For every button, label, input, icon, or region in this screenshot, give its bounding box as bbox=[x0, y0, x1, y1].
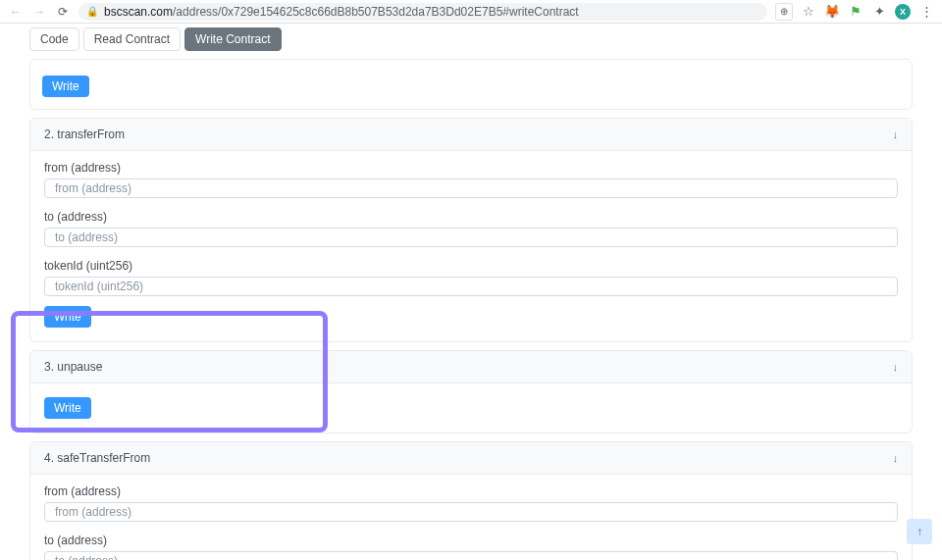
section-header-unpause[interactable]: 3. unpause ↓ bbox=[30, 351, 912, 383]
lock-icon: 🔒 bbox=[86, 6, 98, 17]
section-header-safetransferfrom[interactable]: 4. safeTransferFrom ↓ bbox=[30, 442, 912, 475]
chevron-down-icon: ↓ bbox=[893, 452, 899, 464]
section-header-transferfrom[interactable]: 2. transferFrom ↓ bbox=[30, 119, 912, 151]
contract-section-transferfrom: 2. transferFrom ↓ from (address) to (add… bbox=[29, 118, 913, 342]
tab-code-label: Code bbox=[40, 32, 69, 46]
to-address-input[interactable] bbox=[44, 228, 898, 247]
section-title: 3. unpause bbox=[44, 360, 102, 374]
extension-flag-icon[interactable]: ⚑ bbox=[848, 4, 864, 20]
from-address-input[interactable] bbox=[44, 502, 898, 522]
arrow-up-icon: ↑ bbox=[916, 525, 922, 538]
url-host: bscscan.com bbox=[104, 5, 173, 19]
tab-read-contract[interactable]: Read Contract bbox=[83, 27, 181, 51]
tab-write-contract[interactable]: Write Contract bbox=[184, 27, 281, 51]
forward-arrow-icon: → bbox=[31, 5, 47, 19]
extensions-icon[interactable]: ✦ bbox=[871, 4, 887, 20]
write-button-label: Write bbox=[52, 79, 79, 93]
scroll-to-top-button[interactable]: ↑ bbox=[907, 519, 932, 544]
browser-toolbar: ← → ⟳ 🔒 bscscan.com/address/0x729e154625… bbox=[0, 0, 942, 24]
field-label-from: from (address) bbox=[44, 161, 898, 175]
section-title: 4. safeTransferFrom bbox=[44, 451, 150, 465]
to-address-input[interactable] bbox=[44, 551, 898, 560]
tab-write-label: Write Contract bbox=[195, 32, 270, 46]
back-arrow-icon[interactable]: ← bbox=[8, 5, 24, 19]
write-button-label: Write bbox=[54, 401, 81, 415]
field-label-from: from (address) bbox=[44, 484, 898, 498]
address-bar[interactable]: 🔒 bscscan.com/address/0x729e154625c8c66d… bbox=[78, 3, 767, 21]
write-button[interactable]: Write bbox=[44, 397, 91, 419]
menu-dots-icon[interactable]: ⋮ bbox=[918, 4, 934, 20]
section-title: 2. transferFrom bbox=[44, 127, 125, 141]
write-button[interactable]: Write bbox=[42, 76, 89, 97]
tab-code[interactable]: Code bbox=[29, 27, 79, 51]
from-address-input[interactable] bbox=[44, 178, 898, 198]
translate-icon[interactable]: ⊕ bbox=[775, 3, 793, 21]
tab-read-label: Read Contract bbox=[94, 32, 170, 46]
field-label-to: to (address) bbox=[44, 534, 898, 547]
field-label-to: to (address) bbox=[44, 210, 898, 224]
metamask-icon[interactable]: 🦊 bbox=[824, 4, 840, 20]
star-icon[interactable]: ☆ bbox=[801, 4, 816, 20]
url-path: /address/0x729e154625c8c66dB8b507B53d2da… bbox=[173, 5, 579, 19]
write-button-label: Write bbox=[54, 310, 81, 324]
avatar-letter: X bbox=[900, 7, 906, 17]
avatar[interactable]: X bbox=[895, 4, 911, 20]
write-button[interactable]: Write bbox=[44, 306, 91, 328]
chevron-down-icon: ↓ bbox=[893, 361, 899, 373]
field-label-tokenid: tokenId (uint256) bbox=[44, 259, 898, 273]
chevron-down-icon: ↓ bbox=[893, 128, 899, 140]
contract-tabs: Code Read Contract Write Contract bbox=[29, 27, 913, 51]
tokenid-input[interactable] bbox=[44, 277, 898, 296]
contract-section-unpause: 3. unpause ↓ Write bbox=[29, 350, 913, 433]
chrome-actions: ⊕ ☆ 🦊 ⚑ ✦ X ⋮ bbox=[775, 3, 934, 21]
contract-section-safetransferfrom: 4. safeTransferFrom ↓ from (address) to … bbox=[29, 441, 913, 560]
contract-section-prev: Write bbox=[29, 59, 913, 110]
reload-icon[interactable]: ⟳ bbox=[55, 5, 71, 19]
